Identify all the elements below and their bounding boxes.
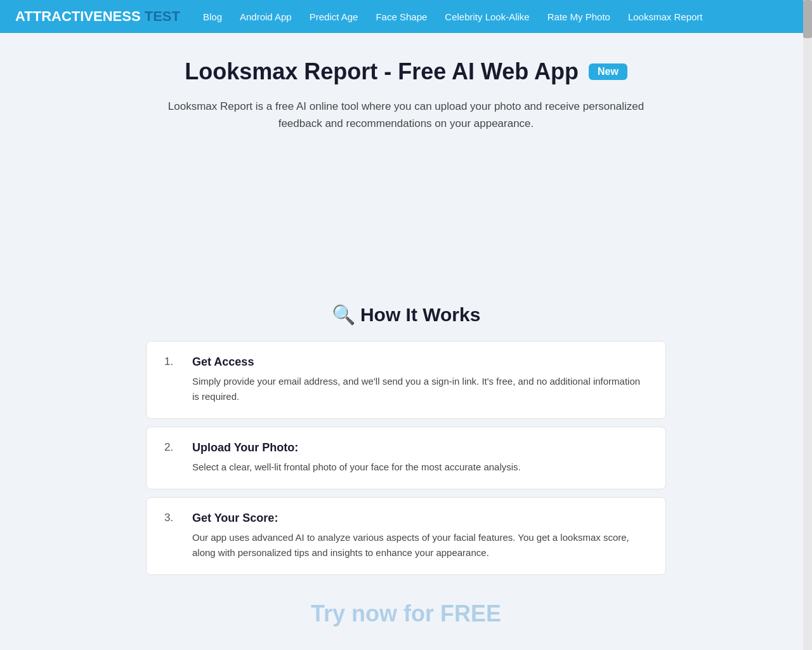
step-3-desc: Our app uses advanced AI to analyze vari… (192, 530, 648, 560)
scrollbar-thumb[interactable] (803, 0, 812, 38)
ad-area (133, 151, 679, 291)
step-1-content: Get Access Simply provide your email add… (192, 355, 648, 404)
step-2-title: Upload Your Photo: (192, 441, 521, 454)
step-1-title: Get Access (192, 355, 648, 369)
nav-celebrity-lookalike[interactable]: Celebrity Look-Alike (437, 8, 537, 26)
step-3-number: 3. (164, 512, 182, 560)
navbar: ATTRACTIVENESS TEST Blog Android App Pre… (0, 0, 812, 33)
step-1-card: 1. Get Access Simply provide your email … (146, 341, 666, 419)
step-3-title: Get Your Score: (192, 512, 648, 525)
nav-android-app[interactable]: Android App (232, 8, 299, 26)
step-2-content: Upload Your Photo: Select a clear, well-… (192, 441, 521, 475)
nav-links: Blog Android App Predict Age Face Shape … (195, 8, 797, 26)
nav-blog[interactable]: Blog (195, 8, 230, 26)
nav-looksmax-report[interactable]: Looksmax Report (620, 8, 710, 26)
step-2-card: 2. Upload Your Photo: Select a clear, we… (146, 427, 666, 489)
main-content: Looksmax Report - Free AI Web App New Lo… (121, 33, 691, 291)
brand-test: TEST (141, 8, 180, 24)
page-description: Looksmax Report is a free AI online tool… (165, 98, 647, 132)
how-it-works-section: 🔍 How It Works 1. Get Access Simply prov… (133, 303, 679, 575)
step-3-card: 3. Get Your Score: Our app uses advanced… (146, 497, 666, 575)
brand-logo[interactable]: ATTRACTIVENESS TEST (15, 8, 180, 25)
try-now-title: Try now for FREE (13, 600, 799, 627)
new-badge: New (589, 63, 627, 80)
scrollbar-track[interactable] (803, 0, 812, 650)
step-2-number: 2. (164, 441, 182, 475)
try-now-section: Try now for FREE (0, 575, 812, 640)
how-it-works-title: 🔍 How It Works (146, 303, 666, 326)
nav-predict-age[interactable]: Predict Age (302, 8, 366, 26)
nav-rate-my-photo[interactable]: Rate My Photo (540, 8, 618, 26)
title-container: Looksmax Report - Free AI Web App New (133, 58, 679, 85)
steps-list: 1. Get Access Simply provide your email … (146, 341, 666, 575)
page-title: Looksmax Report - Free AI Web App (185, 58, 579, 85)
step-1-desc: Simply provide your email address, and w… (192, 374, 648, 404)
step-3-content: Get Your Score: Our app uses advanced AI… (192, 512, 648, 560)
step-1-number: 1. (164, 355, 182, 404)
step-2-desc: Select a clear, well-lit frontal photo o… (192, 460, 521, 475)
brand-attract: ATTRACTIVENESS (15, 8, 141, 24)
nav-face-shape[interactable]: Face Shape (368, 8, 435, 26)
